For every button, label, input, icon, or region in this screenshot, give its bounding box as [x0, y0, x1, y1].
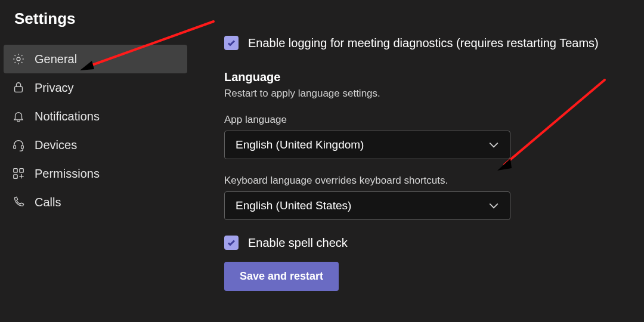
- sidebar-item-label: Notifications: [35, 110, 100, 123]
- keyboard-language-value: English (United States): [236, 199, 351, 212]
- app-language-label: App language: [224, 114, 625, 126]
- bell-icon: [12, 110, 25, 123]
- diagnostics-option: Enable logging for meeting diagnostics (…: [224, 36, 625, 50]
- phone-icon: [12, 196, 25, 209]
- sidebar-item-devices[interactable]: Devices: [4, 131, 187, 159]
- svg-rect-1: [15, 86, 23, 92]
- sidebar-item-label: General: [35, 52, 77, 66]
- keyboard-language-label: Keyboard language overrides keyboard sho…: [224, 175, 625, 187]
- sidebar-item-label: Devices: [35, 138, 77, 152]
- check-icon: [227, 38, 236, 48]
- chevron-down-icon: [488, 200, 499, 211]
- keyboard-language-dropdown[interactable]: English (United States): [224, 191, 510, 220]
- spellcheck-checkbox[interactable]: [224, 236, 239, 250]
- check-icon: [227, 238, 236, 247]
- sidebar-item-calls[interactable]: Calls: [4, 188, 187, 216]
- svg-rect-4: [14, 169, 17, 172]
- diagnostics-checkbox[interactable]: [224, 36, 239, 50]
- settings-sidebar: Settings General Privacy Notifications D…: [0, 0, 191, 322]
- sidebar-item-permissions[interactable]: Permissions: [4, 159, 187, 188]
- svg-rect-3: [21, 145, 24, 149]
- headset-icon: [12, 138, 25, 151]
- spellcheck-option: Enable spell check: [224, 236, 625, 250]
- sidebar-item-notifications[interactable]: Notifications: [4, 102, 187, 131]
- spellcheck-label: Enable spell check: [248, 236, 348, 250]
- diagnostics-label: Enable logging for meeting diagnostics (…: [248, 36, 599, 50]
- app-language-dropdown[interactable]: English (United Kingdom): [224, 131, 510, 159]
- sidebar-item-label: Privacy: [35, 81, 74, 95]
- sidebar-item-label: Calls: [35, 196, 61, 209]
- apps-icon: [12, 167, 25, 180]
- page-title: Settings: [4, 7, 187, 45]
- svg-point-0: [17, 57, 20, 61]
- save-restart-button[interactable]: Save and restart: [224, 262, 339, 291]
- settings-nav: General Privacy Notifications Devices Pe: [4, 45, 187, 216]
- settings-content: Enable logging for meeting diagnostics (…: [191, 0, 644, 322]
- language-subtext: Restart to apply language settings.: [224, 88, 625, 100]
- svg-rect-6: [14, 175, 17, 178]
- svg-rect-5: [20, 169, 23, 172]
- language-heading: Language: [224, 70, 625, 84]
- app-language-value: English (United Kingdom): [236, 138, 364, 151]
- chevron-down-icon: [488, 140, 499, 150]
- sidebar-item-privacy[interactable]: Privacy: [4, 73, 187, 102]
- svg-rect-2: [14, 145, 16, 149]
- sidebar-item-general[interactable]: General: [4, 45, 187, 73]
- lock-icon: [12, 81, 25, 94]
- sidebar-item-label: Permissions: [35, 167, 100, 181]
- gear-icon: [12, 52, 25, 66]
